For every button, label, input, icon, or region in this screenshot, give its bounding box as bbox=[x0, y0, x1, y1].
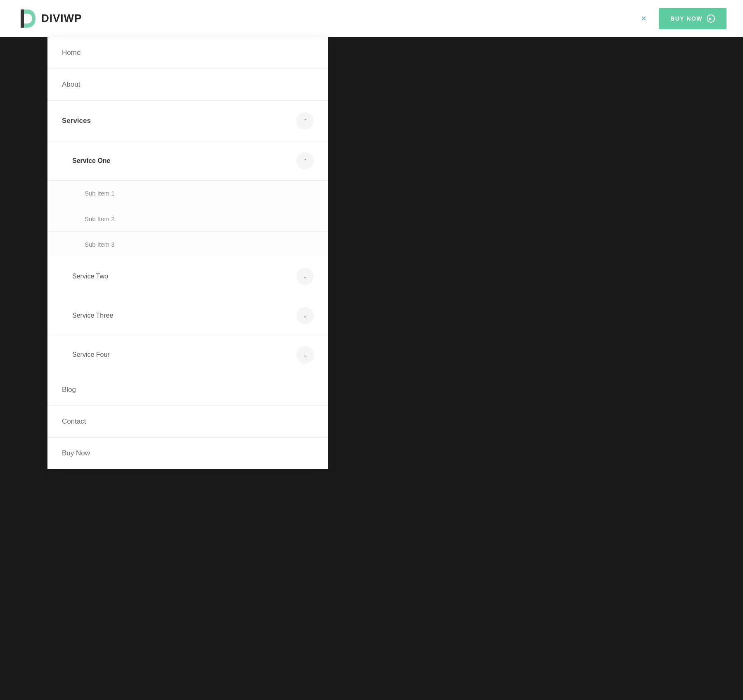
menu-item-home[interactable]: Home bbox=[47, 37, 328, 69]
menu-item-about[interactable]: About bbox=[47, 69, 328, 101]
menu-item-service-one[interactable]: Service One ⌃ bbox=[47, 141, 328, 181]
service-two-label: Service Two bbox=[72, 273, 108, 280]
menu-item-buy-now[interactable]: Buy Now bbox=[47, 438, 328, 469]
menu-item-buy-now-label: Buy Now bbox=[62, 449, 90, 457]
chevron-up-icon: ⌃ bbox=[303, 118, 308, 124]
logo: DIVIWP bbox=[17, 8, 82, 29]
menu-item-contact-label: Contact bbox=[62, 417, 86, 426]
menu-item-sub-item-3[interactable]: Sub Item 3 bbox=[47, 232, 328, 257]
services-toggle-button[interactable]: ⌃ bbox=[296, 112, 314, 130]
header: DIVIWP × BUY NOW ► bbox=[0, 0, 743, 37]
mobile-menu: Home About Services ⌃ Service One ⌃ Sub … bbox=[47, 37, 328, 469]
buy-now-button[interactable]: BUY NOW ► bbox=[659, 8, 726, 29]
chevron-down-icon-2: ⌄ bbox=[303, 313, 308, 318]
menu-item-sub-item-1[interactable]: Sub Item 1 bbox=[47, 181, 328, 206]
chevron-down-icon-1: ⌄ bbox=[303, 274, 308, 279]
menu-item-service-two[interactable]: Service Two ⌄ bbox=[47, 257, 328, 296]
service-four-toggle-button[interactable]: ⌄ bbox=[296, 346, 314, 363]
header-right: × BUY NOW ► bbox=[641, 8, 726, 29]
menu-item-services-label: Services bbox=[62, 117, 91, 125]
chevron-up-icon-2: ⌃ bbox=[303, 158, 308, 164]
menu-item-services[interactable]: Services ⌃ bbox=[47, 101, 328, 141]
sub-item-1-label: Sub Item 1 bbox=[85, 190, 115, 197]
chevron-down-icon-3: ⌄ bbox=[303, 352, 308, 358]
service-one-submenu: Sub Item 1 Sub Item 2 Sub Item 3 bbox=[47, 181, 328, 257]
close-button[interactable]: × bbox=[641, 14, 646, 23]
menu-item-service-three[interactable]: Service Three ⌄ bbox=[47, 296, 328, 335]
menu-item-sub-item-2[interactable]: Sub Item 2 bbox=[47, 206, 328, 232]
menu-item-service-four[interactable]: Service Four ⌄ bbox=[47, 335, 328, 374]
services-submenu: Service One ⌃ Sub Item 1 Sub Item 2 Sub … bbox=[47, 141, 328, 374]
menu-item-contact[interactable]: Contact bbox=[47, 406, 328, 438]
logo-icon bbox=[17, 8, 38, 29]
sub-item-3-label: Sub Item 3 bbox=[85, 241, 115, 248]
menu-item-blog[interactable]: Blog bbox=[47, 374, 328, 406]
menu-item-about-label: About bbox=[62, 80, 80, 89]
service-four-label: Service Four bbox=[72, 351, 110, 358]
menu-item-home-label: Home bbox=[62, 49, 80, 57]
service-one-toggle-button[interactable]: ⌃ bbox=[296, 152, 314, 170]
sub-item-2-label: Sub Item 2 bbox=[85, 215, 115, 222]
menu-item-blog-label: Blog bbox=[62, 386, 76, 394]
service-three-label: Service Three bbox=[72, 312, 113, 319]
service-two-toggle-button[interactable]: ⌄ bbox=[296, 268, 314, 285]
logo-text: DIVIWP bbox=[41, 12, 82, 25]
service-one-label: Service One bbox=[72, 157, 111, 165]
circle-arrow-icon: ► bbox=[707, 14, 715, 23]
buy-now-label: BUY NOW bbox=[670, 15, 703, 22]
service-three-toggle-button[interactable]: ⌄ bbox=[296, 307, 314, 324]
